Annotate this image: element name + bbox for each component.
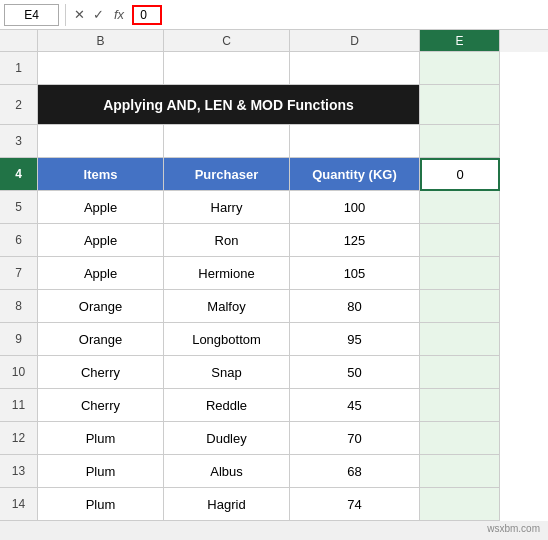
cell-c8[interactable]: Malfoy (164, 290, 290, 323)
row-num-13: 13 (0, 455, 38, 488)
cell-e3[interactable] (420, 125, 500, 158)
cell-b8[interactable]: Orange (38, 290, 164, 323)
title-text: Applying AND, LEN & MOD Functions (103, 97, 354, 113)
cell-d1[interactable] (290, 52, 420, 85)
cell-b14[interactable]: Plum (38, 488, 164, 521)
cell-c13[interactable]: Albus (164, 455, 290, 488)
cell-d12[interactable]: 70 (290, 422, 420, 455)
cell-d9[interactable]: 95 (290, 323, 420, 356)
table-row: 1 (0, 52, 548, 85)
col-header-d[interactable]: D (290, 30, 420, 52)
header-purchaser: Purchaser (195, 167, 259, 182)
row-num-3: 3 (0, 125, 38, 158)
table-row: 14 Plum Hagrid 74 (0, 488, 548, 521)
cell-e7[interactable] (420, 257, 500, 290)
table-row: 11 Cherry Reddle 45 (0, 389, 548, 422)
table-row: 7 Apple Hermione 105 (0, 257, 548, 290)
table-row: 5 Apple Harry 100 (0, 191, 548, 224)
cell-e11[interactable] (420, 389, 500, 422)
cell-ref-text: E4 (24, 8, 39, 22)
cell-d8[interactable]: 80 (290, 290, 420, 323)
cell-reference-box[interactable]: E4 (4, 4, 59, 26)
title-cell[interactable]: Applying AND, LEN & MOD Functions (38, 85, 420, 125)
cell-c1[interactable] (164, 52, 290, 85)
cell-d11[interactable]: 45 (290, 389, 420, 422)
spreadsheet: B C D E 1 2 Applying AND, LEN & MOD Func… (0, 30, 548, 521)
cell-c4-purchaser[interactable]: Purchaser (164, 158, 290, 191)
table-row: 8 Orange Malfoy 80 (0, 290, 548, 323)
cell-c14[interactable]: Hagrid (164, 488, 290, 521)
cell-e12[interactable] (420, 422, 500, 455)
row-num-9: 9 (0, 323, 38, 356)
cell-d3[interactable] (290, 125, 420, 158)
corner-header (0, 30, 38, 52)
row-num-1: 1 (0, 52, 38, 85)
fx-label: fx (114, 7, 124, 22)
cell-d4-quantity[interactable]: Quantity (KG) (290, 158, 420, 191)
header-items: Items (84, 167, 118, 182)
cell-d10[interactable]: 50 (290, 356, 420, 389)
table-row: 2 Applying AND, LEN & MOD Functions (0, 85, 548, 125)
cell-c6[interactable]: Ron (164, 224, 290, 257)
cell-e8[interactable] (420, 290, 500, 323)
cell-e10[interactable] (420, 356, 500, 389)
cell-e6[interactable] (420, 224, 500, 257)
cell-e5[interactable] (420, 191, 500, 224)
cell-e9[interactable] (420, 323, 500, 356)
table-row: 3 (0, 125, 548, 158)
cell-b13[interactable]: Plum (38, 455, 164, 488)
cell-b5[interactable]: Apple (38, 191, 164, 224)
row-num-4: 4 (0, 158, 38, 191)
cell-c5[interactable]: Harry (164, 191, 290, 224)
cell-c3[interactable] (164, 125, 290, 158)
cell-e14[interactable] (420, 488, 500, 521)
cell-e2[interactable] (420, 85, 500, 125)
col-header-e[interactable]: E (420, 30, 500, 52)
cell-b3[interactable] (38, 125, 164, 158)
row-num-11: 11 (0, 389, 38, 422)
row-num-6: 6 (0, 224, 38, 257)
cell-d7[interactable]: 105 (290, 257, 420, 290)
cell-d13[interactable]: 68 (290, 455, 420, 488)
formula-icons: ✕ ✓ (72, 7, 106, 22)
cell-c10[interactable]: Snap (164, 356, 290, 389)
cell-b4-items[interactable]: Items (38, 158, 164, 191)
confirm-icon[interactable]: ✓ (91, 7, 106, 22)
row-num-8: 8 (0, 290, 38, 323)
column-headers: B C D E (0, 30, 548, 52)
table-row: 13 Plum Albus 68 (0, 455, 548, 488)
cell-d6[interactable]: 125 (290, 224, 420, 257)
table-row: 12 Plum Dudley 70 (0, 422, 548, 455)
cell-e1[interactable] (420, 52, 500, 85)
col-header-c[interactable]: C (164, 30, 290, 52)
row-num-2: 2 (0, 85, 38, 125)
cell-b6[interactable]: Apple (38, 224, 164, 257)
cell-b7[interactable]: Apple (38, 257, 164, 290)
cell-c7[interactable]: Hermione (164, 257, 290, 290)
table-row: 6 Apple Ron 125 (0, 224, 548, 257)
formula-value[interactable]: 0 (132, 5, 162, 25)
cell-b10[interactable]: Cherry (38, 356, 164, 389)
col-header-b[interactable]: B (38, 30, 164, 52)
cell-c9[interactable]: Longbottom (164, 323, 290, 356)
data-rows: 1 2 Applying AND, LEN & MOD Functions 3 … (0, 52, 548, 521)
cell-b1[interactable] (38, 52, 164, 85)
cancel-icon[interactable]: ✕ (72, 7, 87, 22)
header-quantity: Quantity (KG) (312, 167, 397, 182)
cell-c11[interactable]: Reddle (164, 389, 290, 422)
watermark: wsxbm.com (487, 523, 540, 534)
cell-b11[interactable]: Cherry (38, 389, 164, 422)
cell-c12[interactable]: Dudley (164, 422, 290, 455)
row-num-7: 7 (0, 257, 38, 290)
row-num-10: 10 (0, 356, 38, 389)
cell-d14[interactable]: 74 (290, 488, 420, 521)
table-row: 9 Orange Longbottom 95 (0, 323, 548, 356)
cell-e4-active[interactable]: 0 (420, 158, 500, 191)
cell-e13[interactable] (420, 455, 500, 488)
row-num-14: 14 (0, 488, 38, 521)
row-num-5: 5 (0, 191, 38, 224)
cell-b9[interactable]: Orange (38, 323, 164, 356)
cell-e4-value: 0 (456, 167, 463, 182)
cell-b12[interactable]: Plum (38, 422, 164, 455)
cell-d5[interactable]: 100 (290, 191, 420, 224)
